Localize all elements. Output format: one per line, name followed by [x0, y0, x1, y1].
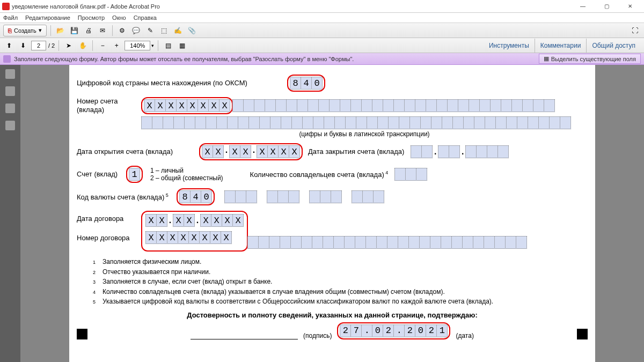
window-buttons: — ▢ ✕ — [571, 1, 642, 12]
form-info-bar: Заполните следующую форму. Автор формы м… — [0, 53, 644, 65]
type-hints: 1 – личный 2 – общий (совместный) — [150, 167, 223, 182]
nav-down-icon[interactable]: ⬇ — [17, 40, 29, 51]
attach-icon[interactable]: 📎 — [186, 25, 198, 36]
signature-icon[interactable]: ✍ — [172, 25, 184, 36]
highlight-fields-button[interactable]: ▦ Выделить существующие поля — [539, 54, 641, 64]
open-date-highlight: XX. XX. XXXX — [199, 143, 303, 160]
close-date-label: Дата закрытия счета (вклада) — [308, 147, 404, 156]
comment-icon[interactable]: 💬 — [130, 25, 142, 36]
confirm-text: Достоверность и полноту сведений, указан… — [77, 311, 588, 319]
signature-line[interactable] — [191, 330, 298, 339]
account-hint: (цифры и буквы в латинской транскрипции) — [141, 130, 588, 138]
sidebar — [0, 65, 20, 362]
footnote-5: Указывается цифровой код валюты в соотве… — [103, 297, 493, 307]
tab-share[interactable]: Общий доступ — [586, 39, 641, 53]
type-field[interactable]: 1 — [129, 168, 140, 181]
account-label: Номер счета (вклада) — [77, 97, 141, 114]
titlebar: уведомление налоговой бланк.pdf - Adobe … — [0, 0, 644, 13]
account-field-row2[interactable] — [141, 116, 571, 129]
currency-label: Код валюты счета (вклада) 5 — [77, 193, 177, 202]
account-highlight: XXXXXXXX — [141, 97, 233, 114]
open-date-year[interactable]: XXXX — [257, 145, 300, 158]
menu-view[interactable]: Просмотр — [78, 14, 105, 21]
close-date-month[interactable] — [438, 145, 460, 158]
fullscreen-icon[interactable]: ⛶ — [629, 25, 641, 36]
highlight-icon[interactable]: ✎ — [144, 25, 156, 36]
currency-highlight: 840 — [177, 188, 215, 205]
tab-tools[interactable]: Инструменты — [484, 39, 535, 53]
pdf-page: Цифровой код страны места нахождения (по… — [69, 65, 595, 362]
minimize-button[interactable]: — — [571, 1, 595, 12]
zoom-in-icon[interactable]: + — [111, 40, 122, 51]
fit-width-icon[interactable]: ▦ — [176, 40, 188, 51]
coowners-field[interactable] — [394, 168, 427, 181]
contract-num-field[interactable]: XXXXXXXX — [145, 231, 232, 244]
type-hint-1: 1 – личный — [150, 167, 223, 174]
currency-field5[interactable] — [352, 190, 384, 203]
stamp-icon[interactable]: ⬚ — [158, 25, 170, 36]
gear-icon[interactable]: ⚙ — [116, 25, 128, 36]
pdf-icon: ⎘ — [8, 27, 12, 34]
currency-field[interactable]: 840 — [179, 190, 212, 203]
currency-field4[interactable] — [309, 190, 342, 203]
contract-highlight: XX. XX. XXXX XXXXXXXX — [141, 211, 248, 252]
black-marker-right — [577, 329, 588, 339]
thumbnails-icon[interactable] — [5, 69, 15, 79]
zoom-out-icon[interactable]: − — [97, 40, 108, 51]
date-highlight: 27.02.2021 — [337, 322, 450, 339]
contract-num-label: Номер договора — [77, 234, 141, 242]
document-canvas[interactable]: Цифровой код страны места нахождения (по… — [20, 65, 644, 362]
maximize-button[interactable]: ▢ — [595, 1, 618, 12]
menu-window[interactable]: Окно — [112, 14, 126, 21]
save-icon[interactable]: 💾 — [69, 25, 80, 36]
country-code-field[interactable]: 840 — [290, 77, 323, 90]
close-date-year[interactable] — [465, 145, 509, 158]
close-date-day[interactable] — [411, 145, 433, 158]
signature-date-field[interactable]: 27.02.2021 — [340, 324, 448, 337]
page-total: / 2 — [48, 42, 55, 49]
black-marker-left — [77, 329, 87, 339]
app-icon — [2, 3, 10, 10]
open-date-day[interactable]: XX — [202, 145, 224, 158]
zoom-input[interactable] — [125, 41, 150, 50]
signature-row: (подпись) 27.02.2021 (дата) — [77, 322, 588, 339]
hand-icon[interactable]: ✋ — [77, 40, 89, 51]
contract-date-month[interactable]: XX — [173, 214, 195, 227]
footnote-3: Заполняется в случае, если счет (вклад) … — [103, 277, 272, 287]
dropdown-icon: ▾ — [39, 27, 42, 34]
coowners-label: Количество совладельцев счета (вклада) 4 — [250, 170, 389, 179]
currency-field3[interactable] — [267, 190, 299, 203]
bookmarks-icon[interactable] — [5, 86, 15, 96]
account-field-tail[interactable] — [232, 99, 555, 112]
currency-field2[interactable] — [224, 190, 257, 203]
contract-date-year[interactable]: XXXX — [200, 214, 244, 227]
highlight-label: Выделить существующие поля — [551, 56, 636, 62]
menu-edit[interactable]: Редактирование — [25, 14, 70, 21]
page-input[interactable] — [31, 41, 46, 50]
account-field[interactable]: XXXXXXXX — [144, 99, 230, 112]
mail-icon[interactable]: ✉ — [97, 25, 108, 36]
contract-date-day[interactable]: XX — [145, 214, 167, 227]
zoom-dropdown-icon[interactable]: ▾ — [151, 43, 154, 48]
menu-help[interactable]: Справка — [134, 14, 157, 21]
contract-num-tail[interactable] — [247, 236, 527, 249]
window-title: уведомление налоговой бланк.pdf - Adobe … — [12, 3, 571, 10]
signature-label: (подпись) — [303, 332, 332, 339]
print-icon[interactable]: 🖨 — [83, 25, 94, 36]
open-icon[interactable]: 📂 — [55, 25, 67, 36]
type-label: Счет (вклад) — [77, 170, 126, 179]
close-button[interactable]: ✕ — [618, 1, 642, 12]
nav-up-icon[interactable]: ⬆ — [3, 40, 15, 51]
menu-file[interactable]: Файл — [3, 14, 18, 21]
open-date-month[interactable]: XX — [229, 145, 251, 158]
tab-comments[interactable]: Комментарии — [535, 39, 587, 53]
type-hint-2: 2 – общий (совместный) — [150, 174, 223, 182]
type-highlight: 1 — [126, 166, 143, 183]
highlight-icon2: ▦ — [544, 55, 549, 62]
select-icon[interactable]: ➤ — [63, 40, 75, 51]
signatures-icon[interactable] — [5, 121, 15, 130]
footnotes: 1Заполняется физическим лицом. 2Отчество… — [93, 257, 588, 307]
fit-page-icon[interactable]: ▤ — [162, 40, 174, 51]
create-button[interactable]: ⎘ Создать ▾ — [3, 25, 47, 36]
attachments-icon[interactable] — [5, 104, 15, 113]
